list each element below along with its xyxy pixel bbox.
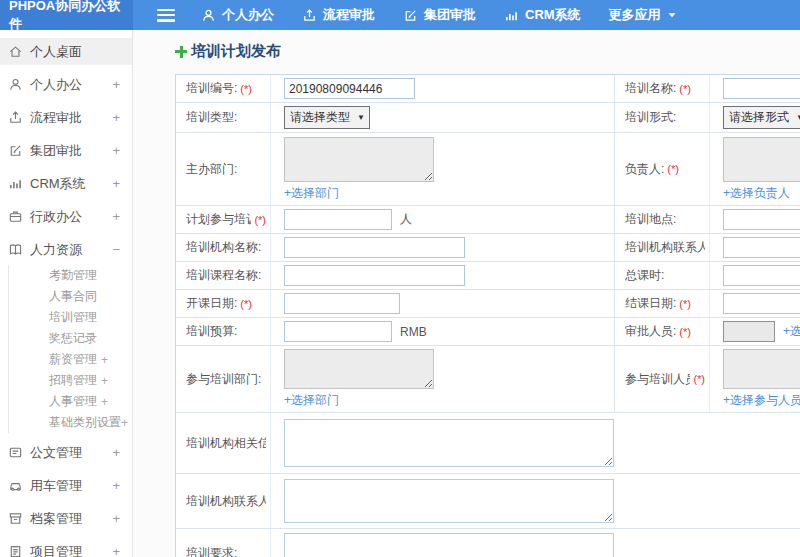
home-icon <box>8 44 23 59</box>
select-leader-link[interactable]: +选择负责人 <box>723 185 790 202</box>
count-unit: 人 <box>400 211 412 228</box>
total-hours-field[interactable] <box>723 265 800 286</box>
topnav-group-approval[interactable]: 集团审批 <box>403 6 476 24</box>
menu-toggle-icon[interactable] <box>157 9 175 22</box>
org-name-label: 培训机构名称: <box>186 239 261 256</box>
total-hours-label: 总课时: <box>625 267 664 284</box>
flow-icon <box>302 8 317 23</box>
sidebar-hr-submenu: 考勤管理 人事合同 培训管理 奖惩记录 薪资管理 + 招聘管理 + 人事管理 +… <box>8 265 132 433</box>
chart-icon <box>504 8 519 23</box>
flow-icon <box>8 110 23 125</box>
training-mode-label: 培训形式: <box>625 109 676 126</box>
page-title: 培训计划发布 <box>191 42 281 61</box>
join-dept-label: 参与培训部门: <box>186 371 261 388</box>
caret-down-icon <box>667 11 677 19</box>
sidebar-item-vehicles[interactable]: 用车管理 + <box>0 472 132 499</box>
leader-textarea[interactable] <box>723 137 800 182</box>
sidebar-subitem-hr-contract[interactable]: 人事合同 <box>9 286 132 307</box>
org-contact-field[interactable] <box>723 237 800 258</box>
form-title: 培训计划发布 <box>175 42 800 61</box>
edit-icon <box>403 8 418 23</box>
chart-icon <box>8 176 23 191</box>
course-name-label: 培训课程名称: <box>186 267 261 284</box>
training-type-label: 培训类型: <box>186 109 237 126</box>
clipboard-icon <box>8 544 23 557</box>
person-icon <box>201 8 216 23</box>
sidebar-subitem-attendance[interactable]: 考勤管理 <box>9 265 132 286</box>
org-contact-info-textarea[interactable] <box>284 479 614 523</box>
select-caret-icon: ▼ <box>796 113 800 122</box>
select-approver-link[interactable]: +选择审批人员 <box>783 323 800 340</box>
budget-field[interactable] <box>284 321 392 342</box>
select-dept-link[interactable]: +选择部门 <box>284 185 339 202</box>
top-navigation: 个人办公 流程审批 集团审批 CRM系统 更多应用 <box>201 6 677 24</box>
sidebar-subitem-base-category[interactable]: 基础类别设置 + <box>9 412 132 433</box>
training-mode-select[interactable]: 请选择形式▼ <box>723 106 800 129</box>
sidebar-subitem-salary[interactable]: 薪资管理 + <box>9 349 132 370</box>
topnav-workflow-approval[interactable]: 流程审批 <box>302 6 375 24</box>
sidebar-item-admin-office[interactable]: 行政办公 + <box>0 203 132 230</box>
start-date-field[interactable] <box>284 293 400 314</box>
org-name-field[interactable] <box>284 237 465 258</box>
join-people-textarea[interactable] <box>723 349 800 389</box>
edit-icon <box>8 143 23 158</box>
sidebar-item-crm-system[interactable]: CRM系统 + <box>0 170 132 197</box>
app-logo: PHPOA协同办公软件 <box>0 0 133 30</box>
org-info-textarea[interactable] <box>284 419 614 467</box>
doc-icon <box>8 445 23 460</box>
training-number-label: 培训编号: <box>186 80 237 97</box>
budget-label: 培训预算: <box>186 323 237 340</box>
join-people-label: 参与培训人员: <box>625 371 690 388</box>
topnav-personal-office[interactable]: 个人办公 <box>201 6 274 24</box>
course-name-field[interactable] <box>284 265 465 286</box>
car-icon <box>8 478 23 493</box>
add-plus-icon <box>175 46 187 58</box>
archive-icon <box>8 511 23 526</box>
start-date-label: 开课日期: <box>186 295 237 312</box>
sidebar-item-group-approval[interactable]: 集团审批 + <box>0 137 132 164</box>
sidebar-item-workflow-approval[interactable]: 流程审批 + <box>0 104 132 131</box>
training-place-field[interactable] <box>723 209 800 230</box>
person-icon <box>8 77 23 92</box>
sidebar-item-personal-desktop[interactable]: 个人桌面 <box>0 38 132 65</box>
select-join-people-link[interactable]: +选择参与人员 <box>723 392 800 409</box>
training-type-select[interactable]: 请选择类型▼ <box>284 106 370 129</box>
join-dept-textarea[interactable] <box>284 349 434 389</box>
sidebar-subitem-training[interactable]: 培训管理 <box>9 307 132 328</box>
sidebar: 个人桌面 个人办公 + 流程审批 + 集团审批 + CRM系统 + 行政办公 +… <box>0 30 133 557</box>
topnav-crm-system[interactable]: CRM系统 <box>504 6 581 24</box>
select-caret-icon: ▼ <box>357 113 365 122</box>
requirement-textarea[interactable] <box>284 533 614 557</box>
approver-label: 审批人员: <box>625 323 676 340</box>
org-info-label: 培训机构相关信息: <box>186 435 266 452</box>
sidebar-subitem-rewards[interactable]: 奖惩记录 <box>9 328 132 349</box>
briefcase-icon <box>8 209 23 224</box>
book-icon <box>8 242 23 257</box>
host-dept-label: 主办部门: <box>186 161 237 178</box>
sidebar-item-human-resources[interactable]: 人力资源 − <box>0 236 132 263</box>
topnav-more-apps[interactable]: 更多应用 <box>609 6 677 24</box>
sidebar-item-personal-office[interactable]: 个人办公 + <box>0 71 132 98</box>
sidebar-subitem-recruitment[interactable]: 招聘管理 + <box>9 370 132 391</box>
planned-count-label: 计划参与培训人数: <box>186 211 251 228</box>
sidebar-subitem-personnel[interactable]: 人事管理 + <box>9 391 132 412</box>
training-name-label: 培训名称: <box>625 80 676 97</box>
sidebar-item-documents[interactable]: 公文管理 + <box>0 439 132 466</box>
training-name-field[interactable] <box>723 78 800 99</box>
end-date-field[interactable] <box>723 293 800 314</box>
training-place-label: 培训地点: <box>625 211 676 228</box>
select-join-dept-link[interactable]: +选择部门 <box>284 392 339 409</box>
org-contact-info-label: 培训机构联系人相关信息: <box>186 493 266 510</box>
sidebar-item-projects[interactable]: 项目管理 + <box>0 538 132 557</box>
planned-count-field[interactable] <box>284 209 392 230</box>
sidebar-item-archives[interactable]: 档案管理 + <box>0 505 132 532</box>
approver-field[interactable] <box>723 321 775 342</box>
requirement-label: 培训要求: <box>186 545 237 557</box>
org-contact-label: 培训机构联系人: <box>625 239 705 256</box>
main-content: 培训计划发布 培训编号:(*) 培训名称:(*) 培训类型: 请选择类型▼ 培 <box>133 30 800 557</box>
host-dept-textarea[interactable] <box>284 137 434 182</box>
topbar: PHPOA协同办公软件 个人办公 流程审批 集团审批 CRM系统 更多应用 <box>0 0 800 30</box>
leader-label: 负责人: <box>625 161 664 178</box>
end-date-label: 结课日期: <box>625 295 676 312</box>
training-number-field[interactable] <box>284 78 415 99</box>
